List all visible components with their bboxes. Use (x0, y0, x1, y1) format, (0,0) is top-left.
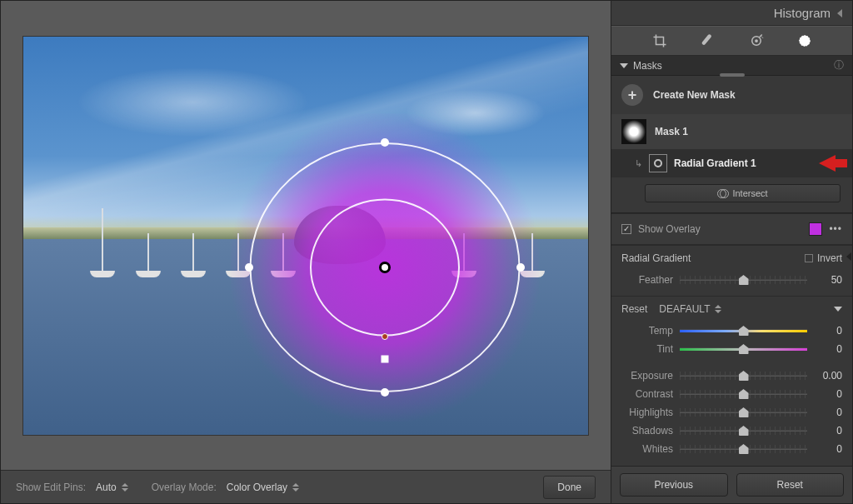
exposure-label: Exposure (621, 370, 673, 382)
bottom-toolbar: Show Edit Pins: Auto Overlay Mode: Color… (1, 470, 611, 503)
overlay-mode-label: Overlay Mode: (152, 482, 217, 493)
histogram-label: Histogram (774, 6, 831, 20)
updown-icon (122, 483, 128, 492)
handle-top[interactable] (381, 138, 389, 147)
plus-icon: + (621, 84, 643, 106)
temp-label: Temp (621, 325, 673, 337)
feather-handle[interactable] (382, 333, 388, 340)
histogram-header[interactable]: Histogram (611, 1, 852, 26)
svg-point-2 (755, 39, 758, 42)
create-new-mask-label: Create New Mask (653, 89, 736, 101)
radial-gradient-title: Radial Gradient (621, 252, 691, 264)
adjustments-section: Reset DEAFAULT Temp 0 Tint (611, 296, 852, 465)
handle-left[interactable] (245, 263, 253, 272)
create-new-mask-button[interactable]: + Create New Mask (611, 76, 852, 114)
overlay-options-icon[interactable]: ••• (829, 223, 842, 235)
image-canvas[interactable] (22, 36, 589, 436)
feather-slider[interactable] (680, 274, 807, 286)
side-panel: Histogram Masks ⓘ + (611, 1, 852, 503)
tool-strip (611, 26, 852, 56)
whites-value[interactable]: 0 (814, 443, 842, 455)
invert-checkbox[interactable] (805, 254, 813, 262)
masks-title: Masks (633, 60, 662, 72)
highlights-label: Highlights (621, 407, 673, 418)
section-collapse-icon[interactable] (834, 307, 842, 312)
main-area: Show Edit Pins: Auto Overlay Mode: Color… (1, 1, 611, 503)
feather-value[interactable]: 50 (814, 274, 842, 286)
collapse-icon (837, 9, 842, 17)
intersect-button[interactable]: Intersect (645, 184, 841, 202)
show-edit-pins-select[interactable]: Show Edit Pins: Auto (16, 482, 128, 493)
whites-slider[interactable] (680, 443, 807, 455)
mask-center-pin[interactable] (379, 262, 391, 273)
highlights-value[interactable]: 0 (814, 407, 842, 418)
radial-gradient-section: Radial Gradient Invert Feather 50 (611, 245, 852, 296)
show-overlay-checkbox[interactable] (621, 224, 631, 234)
exposure-value[interactable]: 0.00 (814, 370, 842, 382)
mask-item[interactable]: Mask 1 (611, 114, 852, 149)
mask-component-item[interactable]: ↳ Radial Gradient 1 (611, 149, 852, 177)
reset-label[interactable]: Reset (621, 303, 647, 315)
masking-icon[interactable] (797, 33, 812, 48)
updown-icon (292, 483, 299, 492)
tint-label: Tint (621, 343, 673, 355)
contrast-label: Contrast (621, 388, 673, 400)
overlay-mode-select[interactable]: Overlay Mode: Color Overlay (152, 482, 299, 493)
intersect-icon (717, 188, 727, 198)
show-overlay-row: Show Overlay ••• (611, 213, 852, 245)
right-panel-toggle[interactable] (846, 252, 851, 261)
previous-button[interactable]: Previous (620, 473, 728, 497)
intersect-label: Intersect (732, 188, 767, 198)
invert-label: Invert (817, 252, 842, 264)
component-name: Radial Gradient 1 (674, 157, 756, 169)
whites-label: Whites (621, 443, 673, 455)
svg-rect-0 (701, 33, 711, 45)
show-edit-pins-value: Auto (96, 482, 117, 493)
svg-point-6 (800, 36, 810, 46)
shadows-slider[interactable] (680, 425, 807, 437)
handle-inner-bottom[interactable] (381, 355, 388, 362)
redeye-icon[interactable] (749, 33, 764, 48)
sub-arrow-icon: ↳ (635, 158, 642, 169)
feather-label: Feather (621, 274, 673, 286)
temp-value[interactable]: 0 (814, 325, 842, 337)
chevron-down-icon (620, 63, 628, 68)
info-icon[interactable]: ⓘ (834, 58, 844, 72)
highlights-slider[interactable] (680, 407, 807, 418)
handle-bottom[interactable] (381, 388, 389, 397)
handle-right[interactable] (516, 263, 525, 272)
temp-slider[interactable] (680, 325, 807, 337)
preset-select[interactable]: DEAFAULT (659, 303, 721, 315)
show-edit-pins-label: Show Edit Pins: (16, 482, 86, 493)
preset-value: DEAFAULT (659, 303, 710, 315)
exposure-slider[interactable] (680, 370, 807, 382)
component-thumbnail (649, 154, 667, 172)
contrast-slider[interactable] (680, 388, 807, 400)
masks-list: + Create New Mask Mask 1 ↳ Radial Gradie… (611, 76, 852, 213)
svg-line-4 (761, 36, 763, 38)
crop-icon[interactable] (652, 33, 667, 48)
shadows-label: Shadows (621, 425, 673, 437)
tint-slider[interactable] (680, 343, 807, 355)
overlay-mode-value: Color Overlay (227, 482, 287, 493)
show-overlay-label: Show Overlay (638, 223, 701, 235)
contrast-value[interactable]: 0 (814, 388, 842, 400)
overlay-color-swatch[interactable] (809, 222, 822, 236)
annotation-arrow-icon (819, 155, 836, 172)
side-bottom-buttons: Previous Reset (611, 466, 852, 503)
reset-button[interactable]: Reset (736, 473, 845, 497)
tint-value[interactable]: 0 (814, 343, 842, 355)
panel-grab-handle[interactable] (720, 73, 745, 77)
shadows-value[interactable]: 0 (814, 425, 842, 437)
canvas-wrap (1, 1, 611, 470)
mask-thumbnail (621, 119, 646, 144)
mask-name: Mask 1 (655, 126, 688, 137)
updown-icon (715, 305, 721, 313)
done-button[interactable]: Done (543, 476, 596, 499)
heal-icon[interactable] (701, 33, 716, 48)
